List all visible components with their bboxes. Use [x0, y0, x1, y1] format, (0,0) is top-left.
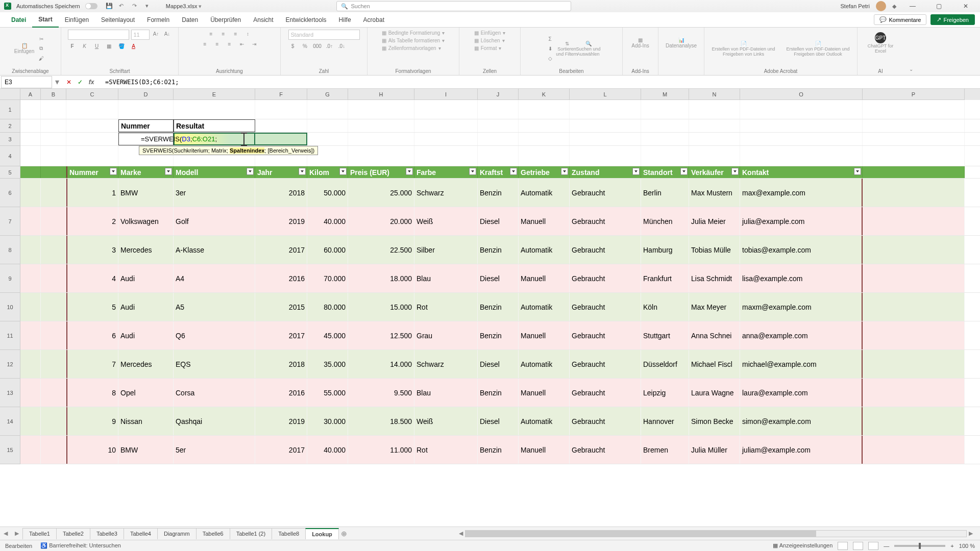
cell-D12[interactable]: Mercedes	[118, 350, 174, 378]
cell-M2[interactable]	[641, 119, 689, 132]
cell-C4[interactable]	[66, 146, 118, 166]
col-header-G[interactable]: G	[307, 89, 348, 100]
cell-N5[interactable]: Verkäufer	[689, 166, 740, 178]
cell-P2[interactable]	[863, 119, 965, 132]
col-header-L[interactable]: L	[570, 89, 641, 100]
filter-button[interactable]	[731, 168, 739, 175]
comments-button[interactable]: 💬Kommentare	[874, 14, 926, 25]
format-cells[interactable]: ▦ Format ▾	[474, 45, 502, 52]
cell-G15[interactable]: 40.000	[307, 436, 348, 464]
view-pagebreak-icon[interactable]	[868, 542, 878, 550]
cell-C6[interactable]: 1	[66, 179, 118, 207]
cell-J9[interactable]: Diesel	[478, 264, 519, 292]
cell-F7[interactable]: 2019	[255, 207, 307, 235]
font-name-combo[interactable]	[68, 30, 129, 40]
filter-button[interactable]	[247, 168, 254, 175]
filter-button[interactable]	[165, 168, 172, 175]
cell-J7[interactable]: Diesel	[478, 207, 519, 235]
cell-M14[interactable]: Hannover	[641, 407, 689, 435]
tab-start[interactable]: Start	[32, 12, 58, 28]
cell-I15[interactable]: Rot	[414, 436, 478, 464]
cell-O8[interactable]: tobias@example.com	[740, 236, 863, 264]
cell-L12[interactable]: Gebraucht	[570, 350, 641, 378]
undo-icon[interactable]: ↶	[119, 3, 126, 10]
cell-J11[interactable]: Benzin	[478, 321, 519, 349]
name-box-dropdown[interactable]: ▾	[53, 77, 61, 87]
accept-formula-icon[interactable]: ✓	[76, 79, 85, 86]
row-header-14[interactable]: 14	[0, 407, 20, 436]
cell-I14[interactable]: Weiß	[414, 407, 478, 435]
cell-M7[interactable]: München	[641, 207, 689, 235]
cell-E14[interactable]: Qashqai	[174, 407, 255, 435]
cell-N3[interactable]	[689, 133, 740, 145]
cell-I1[interactable]	[414, 100, 478, 119]
cell-P6[interactable]	[863, 179, 965, 207]
row-header-12[interactable]: 12	[0, 350, 20, 379]
cell-F1[interactable]	[255, 100, 307, 119]
cell-A12[interactable]	[20, 350, 41, 378]
formatpainter-icon[interactable]: 🖌	[37, 54, 46, 62]
col-header-E[interactable]: E	[174, 89, 255, 100]
new-sheet-button[interactable]: ⊕	[338, 530, 350, 538]
cell-C12[interactable]: 7	[66, 350, 118, 378]
cell-B8[interactable]	[41, 236, 66, 264]
delete-cells[interactable]: ▦ Löschen ▾	[474, 37, 505, 44]
filter-button[interactable]	[680, 168, 688, 175]
tab-help[interactable]: Hilfe	[333, 12, 357, 28]
cell-L14[interactable]: Gebraucht	[570, 407, 641, 435]
cell-F11[interactable]: 2017	[255, 321, 307, 349]
cell-D14[interactable]: Nissan	[118, 407, 174, 435]
sort-filter-button[interactable]: ⇅Sortieren und Filtern	[558, 35, 576, 62]
conditional-formatting[interactable]: ▦ Bedingte Formatierung ▾	[382, 30, 445, 36]
sheet-tab-tabelle6[interactable]: Tabelle6	[196, 528, 230, 539]
cell-N10[interactable]: Max Meyer	[689, 293, 740, 321]
cell-E12[interactable]: EQS	[174, 350, 255, 378]
cell-I11[interactable]: Grau	[414, 321, 478, 349]
collapse-ribbon-icon[interactable]: ⌄	[903, 28, 919, 75]
cell-H15[interactable]: 11.000	[348, 436, 414, 464]
cell-O2[interactable]	[740, 119, 863, 132]
cell-I2[interactable]	[414, 119, 478, 132]
row-header-2[interactable]: 2	[0, 119, 20, 133]
pdf-link-button[interactable]: 📄Erstellen von PDF-Dateien und Freigeben…	[708, 35, 779, 62]
cell-N4[interactable]	[689, 146, 740, 166]
zoom-slider[interactable]	[894, 545, 945, 547]
cell-F2[interactable]	[255, 119, 307, 132]
cell-I5[interactable]: Farbe	[414, 166, 478, 178]
cell-B13[interactable]	[41, 379, 66, 407]
cell-N13[interactable]: Laura Wagne	[689, 379, 740, 407]
cell-K6[interactable]: Automatik	[519, 179, 570, 207]
cell-G12[interactable]: 35.000	[307, 350, 348, 378]
cell-E9[interactable]: A4	[174, 264, 255, 292]
cell-H1[interactable]	[348, 100, 414, 119]
cell-G7[interactable]: 40.000	[307, 207, 348, 235]
cell-A6[interactable]	[20, 179, 41, 207]
cell-G5[interactable]: Kilom	[307, 166, 348, 178]
cell-I12[interactable]: Schwarz	[414, 350, 478, 378]
cell-E5[interactable]: Modell	[174, 166, 255, 178]
cell-G6[interactable]: 50.000	[307, 179, 348, 207]
cell-O12[interactable]: michael@example.com	[740, 350, 863, 378]
cell-D9[interactable]: Audi	[118, 264, 174, 292]
search-box[interactable]: 🔍 Suchen	[336, 1, 571, 11]
cell-K5[interactable]: Getriebe	[519, 166, 570, 178]
cell-L9[interactable]: Gebraucht	[570, 264, 641, 292]
cell-J13[interactable]: Benzin	[478, 379, 519, 407]
cell-A7[interactable]	[20, 207, 41, 235]
cell-J15[interactable]: Benzin	[478, 436, 519, 464]
cell-J5[interactable]: Kraftst	[478, 166, 519, 178]
cell-D6[interactable]: BMW	[118, 179, 174, 207]
cell-K10[interactable]: Automatik	[519, 293, 570, 321]
cell-K11[interactable]: Manuell	[519, 321, 570, 349]
cell-F3[interactable]	[255, 133, 307, 145]
cell-M11[interactable]: Stuttgart	[641, 321, 689, 349]
cell-F10[interactable]: 2015	[255, 293, 307, 321]
cut-icon[interactable]: ✂	[37, 35, 46, 43]
find-select-button[interactable]: 🔍Suchen und Auswählen	[579, 35, 598, 62]
minimize-button[interactable]: —	[902, 0, 923, 12]
cell-B11[interactable]	[41, 321, 66, 349]
cell-C11[interactable]: 6	[66, 321, 118, 349]
cell-J4[interactable]	[478, 146, 519, 166]
cell-M1[interactable]	[641, 100, 689, 119]
tab-acrobat[interactable]: Acrobat	[357, 12, 390, 28]
